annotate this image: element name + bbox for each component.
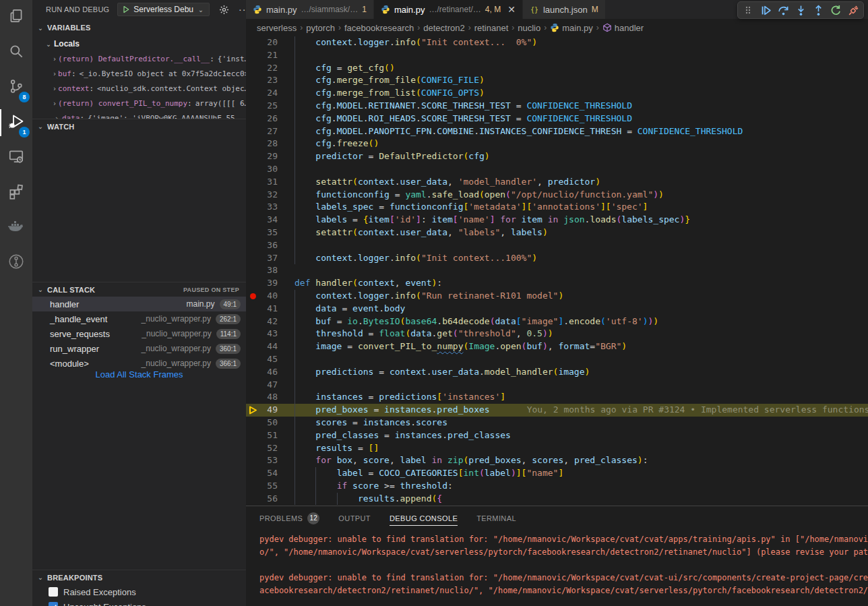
stack-frame-row[interactable]: serve_requests_nuclio_wrapper.py114:1 [32, 326, 246, 341]
glyph-margin[interactable] [246, 391, 259, 404]
glyph-margin[interactable] [246, 138, 259, 150]
variable-row[interactable]: ›(return) DefaultPredictor.__call__:{'in… [32, 51, 246, 66]
indent-guide [294, 417, 295, 429]
glyph-margin[interactable] [246, 239, 259, 252]
glyph-margin[interactable] [246, 74, 259, 87]
variables-section-header[interactable]: ⌄ VARIABLES [32, 20, 246, 35]
watch-section-header[interactable]: ⌄ WATCH [32, 119, 246, 133]
panel-tab-debug-console[interactable]: DEBUG CONSOLE [390, 510, 458, 526]
checkbox-unchecked[interactable] [49, 587, 58, 597]
glyph-margin[interactable] [246, 429, 259, 442]
line-number: 41 [259, 303, 278, 315]
activitybar-item-source-control[interactable]: 8 [0, 70, 32, 105]
glyph-margin[interactable] [246, 100, 259, 113]
panel-tab-output[interactable]: OUTPUT [338, 510, 371, 526]
glyph-margin[interactable] [246, 480, 259, 493]
activitybar-item-search[interactable] [0, 35, 32, 70]
close-icon[interactable]: ✕ [507, 4, 516, 15]
panel-tab-terminal[interactable]: TERMINAL [476, 510, 516, 526]
toolbar-grip-handle[interactable] [740, 3, 756, 18]
glyph-margin[interactable] [246, 36, 259, 49]
gear-icon[interactable] [219, 5, 229, 15]
editor-tab-main.py[interactable]: main.py…/siammask/…1 [246, 0, 374, 19]
activitybar-item-explorer[interactable] [0, 0, 32, 35]
stack-frame-row[interactable]: _handle_event_nuclio_wrapper.py262:1 [32, 311, 246, 326]
breadcrumb-item-pytorch[interactable]: pytorch [306, 23, 335, 33]
variable-row[interactable]: ›buf:<_io.BytesIO object at 0x7f5a2dc1ec… [32, 66, 246, 81]
glyph-margin[interactable] [246, 226, 259, 239]
bottom-panel: PROBLEMS12OUTPUTDEBUG CONSOLETERMINAL py… [246, 506, 868, 606]
step-into-button[interactable] [793, 3, 809, 18]
launch-config-dropdown[interactable]: Serverless Debu ⌄ [117, 3, 210, 16]
glyph-margin[interactable] [246, 176, 259, 189]
indent-guide [294, 201, 295, 214]
variable-row[interactable]: ›context:<nuclio_sdk.context.Context obj… [32, 81, 246, 96]
glyph-margin[interactable] [246, 150, 259, 163]
disconnect-button[interactable] [845, 3, 861, 18]
step-out-button[interactable] [810, 3, 826, 18]
glyph-margin[interactable] [246, 366, 259, 379]
variable-row[interactable]: ›(return) convert_PIL_to_numpy:array([[[… [32, 96, 246, 111]
glyph-margin[interactable] [246, 467, 259, 480]
code-editor[interactable]: 20 context.logger.info("Init context... … [246, 36, 868, 506]
breakpoint-glyph[interactable] [246, 290, 259, 303]
line-number: 50 [259, 417, 278, 429]
line-content: predictions = context.user_data.model_ha… [278, 366, 590, 379]
stack-frame-row[interactable]: handlermain.py49:1 [32, 297, 246, 311]
glyph-margin[interactable] [246, 264, 259, 277]
breadcrumb-item-facebookresearch[interactable]: facebookresearch [344, 23, 414, 33]
activitybar-item-run-and-debug[interactable]: 1 [0, 105, 32, 140]
line-number: 35 [259, 226, 278, 239]
glyph-margin[interactable] [246, 49, 259, 62]
activitybar-item-remote-explorer[interactable] [0, 140, 32, 175]
locals-scope-row[interactable]: ⌄ Locals [32, 36, 246, 51]
glyph-margin[interactable] [246, 87, 259, 100]
glyph-margin[interactable] [246, 214, 259, 226]
glyph-margin[interactable] [246, 189, 259, 202]
glyph-margin[interactable] [246, 62, 259, 75]
step-over-button[interactable] [775, 3, 791, 18]
glyph-margin[interactable] [246, 277, 259, 290]
chevron-right-icon: › [53, 70, 57, 78]
breakpoints-section-header[interactable]: ⌄ BREAKPOINTS [32, 570, 246, 584]
glyph-margin[interactable] [246, 125, 259, 138]
checkbox-checked[interactable] [49, 602, 58, 606]
breakpoint-row[interactable]: Uncaught Exceptions [32, 599, 246, 606]
glyph-margin[interactable] [246, 113, 259, 125]
frame-file: _nuclio_wrapper.py [142, 344, 211, 353]
call-stack-section-header[interactable]: ⌄ CALL STACK PAUSED ON STEP [32, 282, 246, 297]
glyph-margin[interactable] [246, 379, 259, 392]
breadcrumb-item-serverless[interactable]: serverless [257, 23, 297, 33]
continue-button[interactable] [757, 3, 774, 18]
glyph-margin[interactable] [246, 328, 259, 340]
glyph-margin[interactable] [246, 454, 259, 467]
glyph-margin[interactable] [246, 303, 259, 315]
editor-tab-main.py[interactable]: main.py…/retinanet/…4, M✕ [374, 0, 523, 19]
breadcrumb-item-nuclio[interactable]: nuclio [518, 23, 540, 33]
glyph-margin[interactable] [246, 163, 259, 176]
activitybar-item-docker[interactable] [0, 210, 32, 245]
activitybar-item-gitlens[interactable] [0, 245, 32, 280]
stack-frame-row[interactable]: <module>_nuclio_wrapper.py366:1 [32, 356, 246, 371]
glyph-margin[interactable] [246, 417, 259, 429]
restart-button[interactable] [828, 3, 844, 18]
breakpoint-row[interactable]: Raised Exceptions [32, 584, 246, 599]
breadcrumb-item-main.py[interactable]: main.py [550, 23, 593, 33]
glyph-margin[interactable] [246, 340, 259, 353]
glyph-margin[interactable] [246, 353, 259, 366]
glyph-margin[interactable] [246, 315, 259, 328]
more-actions-icon[interactable]: ··· [239, 4, 246, 15]
stack-frame-row[interactable]: run_wrapper_nuclio_wrapper.py360:1 [32, 341, 246, 356]
glyph-margin[interactable] [246, 493, 259, 506]
current-frame-arrow-icon[interactable] [246, 404, 259, 417]
editor-tab-launch.json[interactable]: {}launch.jsonM [523, 0, 606, 19]
glyph-margin[interactable] [246, 252, 259, 265]
breadcrumb-item-handler[interactable]: handler [602, 23, 644, 33]
glyph-margin[interactable] [246, 442, 259, 455]
load-all-stack-frames-link[interactable]: Load All Stack Frames [32, 369, 246, 380]
breadcrumb-item-retinanet[interactable]: retinanet [474, 23, 509, 33]
activitybar-item-extensions[interactable] [0, 175, 32, 210]
breadcrumb-item-detectron2[interactable]: detectron2 [423, 23, 464, 33]
panel-tab-problems[interactable]: PROBLEMS12 [259, 508, 319, 528]
glyph-margin[interactable] [246, 201, 259, 214]
